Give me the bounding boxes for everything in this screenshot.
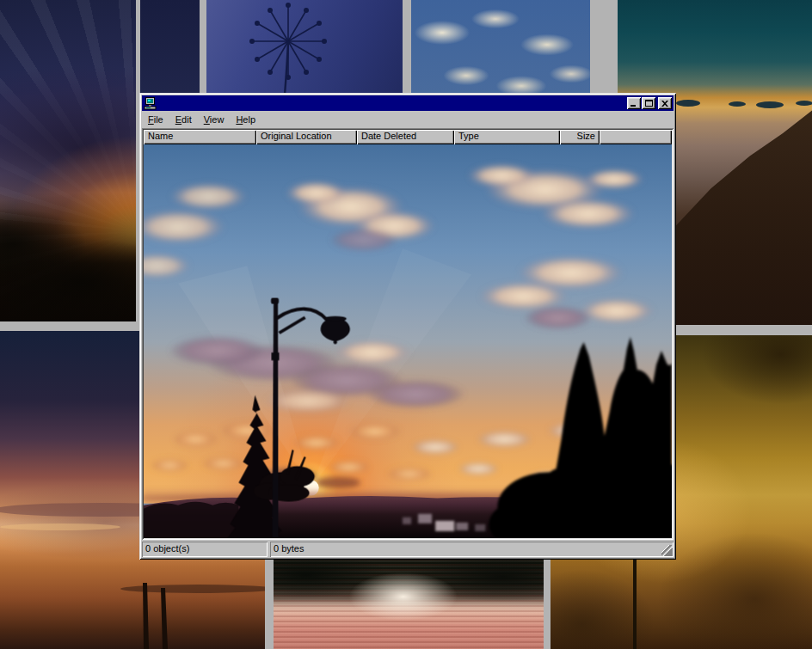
wallpaper-tile-sunset-rays — [0, 0, 136, 321]
pole-silhouette — [633, 557, 637, 649]
wallpaper-tile-water-reflection — [274, 559, 544, 649]
menu-item-file[interactable]: File — [143, 113, 169, 126]
menu-item-edit[interactable]: Edit — [170, 113, 197, 126]
menu-bar: FileEditViewHelp — [142, 111, 674, 128]
status-panel-2: 0 bytes — [270, 542, 674, 557]
column-header-type[interactable]: Type — [454, 130, 560, 144]
resize-grip-icon[interactable] — [661, 545, 673, 556]
menu-item-view[interactable]: View — [199, 113, 230, 126]
column-headers: NameOriginal LocationDate DeletedTypeSiz… — [144, 130, 672, 144]
ridge-islands-graphic — [618, 0, 812, 325]
titlebar[interactable] — [142, 95, 674, 111]
status-panel-1: 0 object(s) — [142, 542, 268, 557]
column-header-name[interactable]: Name — [144, 130, 256, 144]
column-header-original-location[interactable]: Original Location — [256, 130, 357, 144]
recycle-bin-window[interactable]: FileEditViewHelp NameOriginal LocationDa… — [139, 93, 676, 560]
wallpaper-tile-foggy-ridge — [618, 0, 812, 325]
status-bar: 0 object(s)0 bytes — [142, 542, 674, 557]
column-header-size[interactable]: Size — [560, 130, 600, 144]
desktop: { "window": { "title": "", "titlebar_ico… — [0, 0, 812, 649]
computer-icon — [144, 96, 157, 110]
list-view-background-photo[interactable] — [144, 144, 672, 538]
menu-item-help[interactable]: Help — [231, 113, 261, 126]
column-header-date-deleted[interactable]: Date Deleted — [357, 130, 454, 144]
lamppost-sunset-photo — [144, 144, 672, 538]
list-view-frame: NameOriginal LocationDate DeletedTypeSiz… — [142, 128, 674, 540]
